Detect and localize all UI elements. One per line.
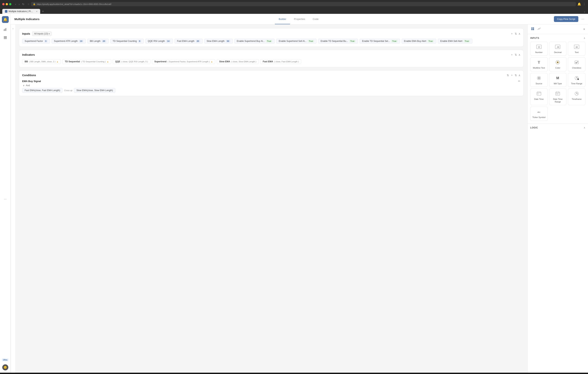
date-time-range-calendar-icon (555, 91, 561, 96)
sidebar-item-chart[interactable] (2, 26, 9, 33)
chevron-down-icon: ▾ (49, 33, 50, 35)
input-value: True (463, 40, 470, 43)
menu-icon[interactable]: ⋮ (583, 2, 586, 6)
input-name: Enable EMA Buy Alert (404, 40, 426, 43)
input-tag-qqe-rsi[interactable]: QQE RSI Length 14 (145, 39, 173, 43)
add-condition-button[interactable]: ＋ (511, 74, 513, 77)
right-panel-header: ✕ (528, 24, 588, 34)
tab-builder[interactable]: Builder (275, 14, 290, 24)
sidebar-logo[interactable]: 🔔 (2, 16, 9, 23)
input-type-time-range[interactable]: → Time Range (568, 73, 585, 87)
inputs-filter-dropdown[interactable]: All inputs (13) ▾ (32, 32, 52, 36)
tab-properties[interactable]: Properties (290, 14, 309, 24)
sidebar-item-panels[interactable] (2, 34, 9, 41)
input-type-date-time-range[interactable]: Date Time Range (549, 88, 567, 105)
sort-inputs-button[interactable]: ⇅ (515, 32, 517, 35)
condition-slow-ema[interactable]: Slow EMA(close, Slow EMA Length) (74, 88, 115, 93)
url-text: https://pineify.app/builder/ind_detail?i… (37, 3, 111, 5)
fullscreen-window-button[interactable] (9, 3, 11, 5)
input-tag-enable-td-sell[interactable]: Enable TD Sequential Sel... True (359, 39, 400, 43)
input-name: Enable TD Sequential Sel... (362, 40, 390, 43)
tab-code[interactable]: Code (309, 14, 322, 24)
input-type-timeframe[interactable]: › Timeframe (568, 88, 585, 105)
input-tag-supertrend-atr[interactable]: Supertrend ATR Length 10 (52, 39, 86, 43)
collapse-indicators-button[interactable]: ∧ (518, 53, 520, 56)
indicator-td-sequential[interactable]: TD Sequential ( TD Sequential Counting )… (62, 59, 111, 64)
lock-icon: 🔒 (33, 3, 36, 5)
indicator-fast-ema[interactable]: Fast EMA ( close, Fast EMA Length ) (260, 59, 301, 64)
back-button[interactable]: ‹ (14, 2, 17, 6)
input-tag-supertrend-factor[interactable]: Supertrend Factor 3 (22, 39, 50, 43)
builder-area: › Inputs All inputs (13) ▾ ＋ ⇅ ∧ (10, 24, 588, 373)
timeframe-icon: › (574, 91, 580, 97)
input-tag-fast-ema[interactable]: Fast EMA Length 20 (174, 39, 202, 43)
input-type-ma-type[interactable]: M MA Type (549, 73, 567, 87)
svg-rect-1 (5, 29, 5, 31)
conditions-card-header: Conditions ⇅ ＋ ⇅ ∧ (22, 74, 520, 77)
add-input-button[interactable]: ＋ (511, 32, 513, 35)
input-type-date-time-label: Date Time (534, 98, 544, 100)
multiline-icon: T (536, 59, 542, 65)
input-tag-bb-length[interactable]: BB Length 20 (87, 39, 109, 43)
tab-close-button[interactable]: ✕ (36, 11, 38, 12)
condition-edit-button[interactable]: ✏ (518, 80, 520, 83)
forward-button[interactable]: › (18, 2, 21, 6)
input-type-date-time[interactable]: Date Time (530, 88, 548, 105)
condition-fast-ema[interactable]: Fast EMA(close, Fast EMA Length) (22, 88, 63, 93)
indicator-bb[interactable]: BB ( BB Length, SMA, close, 2 ) ▲ (22, 59, 61, 64)
input-type-decimal[interactable]: .00 Decimal (549, 42, 567, 56)
browser-extra-button[interactable]: ⌄ (583, 10, 586, 13)
copy-pine-script-button[interactable]: Copy Pine Script (554, 16, 578, 22)
indicators-card-header: Indicators ＋ ⇅ ∧ (22, 53, 520, 56)
input-type-color[interactable]: Color (549, 57, 567, 71)
input-tag-enable-supertrend-buy[interactable]: Enable Supertrend Buy Al... True (234, 39, 275, 43)
input-tag-slow-ema[interactable]: Slow EMA Length 50 (204, 39, 233, 43)
date-time-calendar-icon (536, 91, 542, 96)
input-tag-enable-supertrend-sell[interactable]: Enable Supertrend Sell Al... True (276, 39, 316, 43)
notification-icon[interactable]: 🔔 (578, 2, 581, 6)
indicator-qqe[interactable]: QQE ( close, QQE RSI Length, 5 ) (113, 59, 150, 64)
add-indicator-button[interactable]: ＋ (511, 53, 513, 56)
collapse-conditions-button[interactable]: ∧ (518, 74, 520, 77)
input-type-number[interactable]: 12 Number (530, 42, 548, 56)
expand-panel-button[interactable]: › (10, 24, 15, 373)
inputs-filter-label: All inputs (13) (34, 32, 48, 35)
inputs-section-collapse-button[interactable]: ∧ (584, 37, 585, 39)
input-type-text[interactable]: AB Text (568, 42, 585, 56)
indicator-params: ( BB Length, SMA, close, 2 ) (29, 60, 55, 63)
and-logic-toggle[interactable]: ∨ And (23, 84, 520, 87)
indicator-slow-ema[interactable]: Slow EMA ( close, Slow EMA Length ) (217, 59, 259, 64)
panel-close-button[interactable]: ✕ (583, 28, 585, 31)
sidebar-avatar[interactable]: 😊 (2, 364, 8, 370)
browser-tab-active[interactable]: Multiple Indicators | Pineify ✕ (2, 9, 40, 14)
input-tag-enable-td-buy[interactable]: Enable TD Sequential Bu... True (318, 39, 358, 43)
sort-indicators-button[interactable]: ⇅ (515, 53, 517, 56)
input-tag-td-sequential[interactable]: TD Sequential Counting 9 (110, 39, 144, 43)
address-bar[interactable]: 🔒 https://pineify.app/builder/ind_detail… (31, 2, 576, 6)
new-tab-button[interactable]: + (41, 9, 45, 14)
input-tag-enable-ema-sell[interactable]: Enable EMA Sell Alert True (438, 39, 472, 43)
input-type-checkbox[interactable]: Checkbox (568, 57, 585, 71)
svg-rect-7 (533, 27, 534, 29)
indicator-supertrend[interactable]: Supertrend ( Supertrend Factor, Supertre… (152, 59, 215, 64)
panel-chart-view-button[interactable] (537, 26, 542, 32)
more-options-button[interactable]: ··· (581, 17, 584, 21)
input-type-source[interactable]: Source (530, 73, 548, 87)
sidebar-more-button[interactable]: ··· (4, 197, 6, 201)
collapse-inputs-button[interactable]: ∧ (518, 32, 520, 35)
input-type-multiline[interactable]: T Multiline Text (530, 57, 548, 71)
inputs-card: Inputs All inputs (13) ▾ ＋ ⇅ ∧ (19, 28, 524, 47)
input-tag-enable-ema-buy[interactable]: Enable EMA Buy Alert True (402, 39, 436, 43)
close-window-button[interactable] (2, 3, 5, 5)
logic-section-collapse-button[interactable]: ∧ (584, 126, 585, 129)
input-type-ticker-symbol[interactable]: abc Ticker Symbol (530, 107, 548, 121)
input-value: True (349, 40, 356, 43)
checkbox-icon (574, 59, 580, 65)
input-value: True (266, 40, 272, 43)
sort-conditions-button[interactable]: ⇅ (515, 74, 517, 77)
panel-grid-view-button[interactable] (530, 26, 535, 32)
reorder-conditions-button[interactable]: ⇅ (507, 74, 509, 77)
minimize-window-button[interactable] (6, 3, 8, 5)
input-type-decimal-label: Decimal (554, 51, 562, 53)
refresh-button[interactable]: ↻ (21, 2, 25, 6)
